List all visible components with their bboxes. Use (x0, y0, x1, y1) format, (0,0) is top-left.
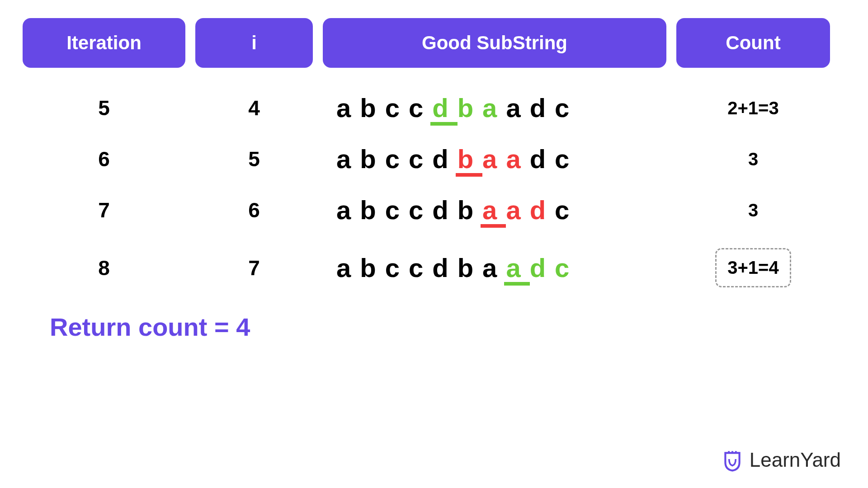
letter: a (506, 255, 520, 281)
letter: a (482, 197, 497, 223)
brand-name: LearnYard (750, 449, 841, 471)
rows-container: 54abccdbaadc2+1=365abccdbaadc376abccdbaa… (23, 95, 845, 287)
letter: b (458, 146, 473, 172)
letter: a (336, 197, 351, 223)
iteration-value: 5 (23, 96, 185, 120)
letters: abccdbaadc (336, 197, 569, 223)
count-value: 3 (676, 200, 830, 221)
letter: d (530, 255, 546, 281)
letters: abccdbaadc (336, 255, 569, 281)
letter: c (385, 146, 400, 172)
letter: b (360, 197, 376, 223)
letter: d (530, 146, 546, 172)
letter: c (555, 95, 569, 121)
i-value: 6 (195, 198, 313, 222)
shield-icon (721, 448, 744, 472)
count-value: 2+1=3 (676, 98, 830, 118)
letter: a (336, 255, 351, 281)
letter: c (385, 197, 400, 223)
return-count-text: Return count = 4 (50, 312, 845, 342)
substring-cell: abccdbaadc (323, 146, 666, 172)
letter: a (506, 146, 520, 172)
letter: d (530, 197, 546, 223)
count-text: 3 (748, 149, 758, 169)
header-row: Iteration i Good SubString Count (23, 18, 845, 68)
letter: a (482, 255, 497, 281)
letter: a (482, 95, 497, 121)
substring-cell: abccdbaadc (323, 197, 666, 223)
letter: c (409, 95, 423, 121)
header-iteration: Iteration (23, 18, 185, 68)
substring-cell: abccdbaadc (323, 255, 666, 281)
letter: b (458, 95, 473, 121)
letters: abccdbaadc (336, 146, 569, 172)
letter: c (409, 197, 423, 223)
letter: b (360, 255, 376, 281)
brand-logo: LearnYard (721, 448, 841, 472)
table-row: 87abccdbaadc3+1=4 (23, 248, 845, 287)
count-text: 3 (748, 200, 758, 221)
letter: b (360, 95, 376, 121)
letter: c (385, 255, 400, 281)
letter: d (432, 255, 448, 281)
count-text: 3+1=4 (715, 248, 791, 287)
iteration-value: 7 (23, 198, 185, 222)
letter: c (409, 146, 423, 172)
letter: c (555, 146, 569, 172)
letter: c (555, 197, 569, 223)
table-row: 76abccdbaadc3 (23, 197, 845, 223)
i-value: 4 (195, 96, 313, 120)
count-text: 2+1=3 (727, 98, 778, 118)
letter: a (482, 146, 497, 172)
letter: b (458, 197, 473, 223)
letter: a (336, 95, 351, 121)
letter: a (336, 146, 351, 172)
letter: d (432, 95, 448, 121)
table-row: 65abccdbaadc3 (23, 146, 845, 172)
letter: c (409, 255, 423, 281)
header-i: i (195, 18, 313, 68)
letter: a (506, 197, 520, 223)
letter: a (506, 95, 520, 121)
iteration-value: 8 (23, 256, 185, 280)
letter: d (432, 197, 448, 223)
letter: b (458, 255, 473, 281)
letter: b (360, 146, 376, 172)
letter: d (432, 146, 448, 172)
count-value: 3 (676, 149, 830, 169)
i-value: 7 (195, 256, 313, 280)
iteration-value: 6 (23, 147, 185, 171)
letters: abccdbaadc (336, 95, 569, 121)
letter: c (385, 95, 400, 121)
substring-cell: abccdbaadc (323, 95, 666, 121)
table-row: 54abccdbaadc2+1=3 (23, 95, 845, 121)
header-count: Count (676, 18, 830, 68)
i-value: 5 (195, 147, 313, 171)
letter: d (530, 95, 546, 121)
letter: c (555, 255, 569, 281)
count-value: 3+1=4 (676, 248, 830, 287)
header-substring: Good SubString (323, 18, 666, 68)
